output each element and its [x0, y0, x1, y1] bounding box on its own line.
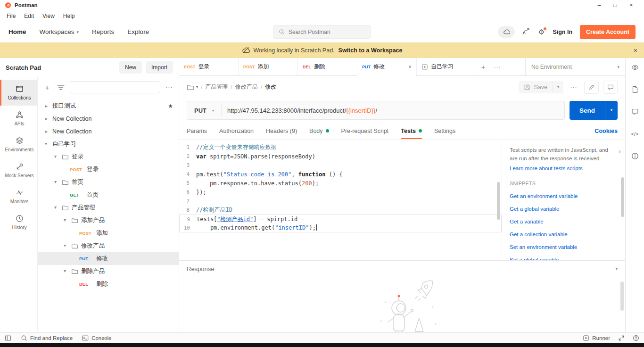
tree-request[interactable]: PUT修改 [38, 252, 179, 265]
tree-collection[interactable]: ▸New Collection [38, 125, 179, 138]
code-editor[interactable]: 1//定义一个变量来存储响应数据2var spirpt=JSON.parse(r… [179, 140, 502, 260]
cookies-link[interactable]: Cookies [594, 128, 618, 134]
tree-folder[interactable]: ▸产品管理 [38, 201, 179, 214]
rail-collections[interactable]: Collections [0, 80, 37, 106]
request-info-button[interactable] [631, 152, 639, 160]
find-and-replace[interactable]: Find and Replace [21, 335, 73, 341]
menu-help[interactable]: Help [63, 13, 75, 19]
tree-request[interactable]: GET首页 [38, 189, 179, 201]
rail-history[interactable]: History [0, 209, 37, 235]
new-tab-button[interactable]: + [476, 58, 490, 75]
nav-workspaces[interactable]: Workspaces▾ [40, 28, 79, 35]
tree-request[interactable]: DEL删除 [38, 278, 179, 290]
rail-apis[interactable]: APIs [0, 106, 37, 132]
code-snippet-button[interactable]: </> [631, 130, 639, 138]
documentation-button[interactable] [631, 86, 639, 93]
tree-request[interactable]: POST添加 [38, 227, 179, 240]
comments-button[interactable] [631, 108, 639, 116]
open-tab[interactable]: POST登录 [179, 58, 239, 75]
breadcrumb-item[interactable]: 产品管理 [205, 83, 228, 91]
tab-options-button[interactable]: ··· [490, 58, 504, 75]
banner-close-button[interactable]: × [634, 47, 637, 54]
maximize-button[interactable]: □ [607, 0, 623, 10]
search-input[interactable] [289, 29, 365, 35]
snippet-link[interactable]: Get an environment variable [510, 193, 617, 199]
filter-input[interactable] [70, 81, 160, 93]
snippet-link[interactable]: Set an environment variable [510, 244, 617, 250]
import-button[interactable]: Import [146, 61, 173, 74]
sync-cloud-button[interactable] [498, 26, 515, 38]
req-tab-params[interactable]: Params [187, 123, 207, 139]
tree-folder[interactable]: ▸删除产品 [38, 265, 179, 278]
breadcrumb-item[interactable]: 修改 [265, 83, 276, 91]
tree-folder[interactable]: ▸添加产品 [38, 214, 179, 227]
menu-file[interactable]: File [7, 13, 16, 19]
close-tab-icon[interactable]: × [408, 64, 412, 70]
nav-explore[interactable]: Explore [127, 28, 149, 35]
global-search[interactable] [273, 25, 371, 39]
console[interactable]: Console [82, 335, 111, 341]
toggle-sidebar[interactable] [5, 335, 11, 341]
snippet-link[interactable]: Get a collection variable [510, 231, 617, 237]
snippet-link[interactable]: Get a variable [510, 219, 617, 224]
open-tab[interactable]: POST添加 [239, 58, 298, 75]
response-section-header[interactable]: Response ▾ [179, 261, 625, 277]
menu-edit[interactable]: Edit [24, 13, 34, 19]
collections-more-button[interactable]: ··· [165, 83, 174, 92]
create-account-button[interactable]: Create Account [580, 25, 636, 39]
expand-editor[interactable] [618, 335, 625, 341]
collection-crumb[interactable]: ▾ [187, 83, 198, 91]
method-selector[interactable]: PUT ▾ [187, 107, 221, 114]
rail-mock[interactable]: Mock Servers [0, 157, 37, 183]
environment-selector[interactable]: No Environment ▾ [525, 58, 625, 75]
req-tab-body[interactable]: Body [309, 123, 329, 139]
comment-button[interactable] [603, 81, 618, 94]
tree-collection[interactable]: ▸New Collection [38, 112, 179, 125]
sort-filter-button[interactable] [56, 83, 66, 92]
tree-collection[interactable]: ▸自己学习 [38, 138, 179, 150]
switch-workspace-link[interactable]: Switch to a Workspace [339, 47, 403, 54]
breadcrumb-item[interactable]: 修改产品 [235, 83, 258, 91]
save-options-button[interactable]: ▾ [553, 81, 563, 93]
help[interactable] [633, 335, 639, 341]
req-tab-pre-request-script[interactable]: Pre-request Script [341, 123, 389, 139]
url-input[interactable]: http://47.95.142.233:8000/interface/prod… [222, 107, 383, 114]
response-scrollbar-thumb[interactable] [620, 281, 624, 311]
settings-button[interactable]: ⚙ [537, 28, 545, 36]
open-tab[interactable]: DEL删除 [298, 58, 357, 75]
send-options-button[interactable]: ▾ [605, 101, 618, 120]
open-tab[interactable]: 自己学习 [417, 58, 476, 75]
open-tab[interactable]: PUT修改× [357, 58, 417, 75]
close-window-button[interactable]: × [623, 0, 639, 10]
req-tab-settings[interactable]: Settings [434, 123, 455, 139]
menu-view[interactable]: View [42, 13, 55, 19]
add-collection-button[interactable]: + [42, 83, 52, 92]
save-button[interactable]: Save [519, 81, 553, 93]
environment-quick-look-button[interactable] [631, 64, 639, 71]
edit-button[interactable] [584, 81, 599, 94]
snippet-link[interactable]: Set a global variable [510, 257, 617, 260]
tree-collection[interactable]: ▸接口测试★ [38, 99, 179, 112]
editor-scrollbar-thumb[interactable] [497, 182, 500, 220]
send-button[interactable]: Send [570, 101, 605, 120]
collapse-panel-icon[interactable]: › [619, 147, 621, 155]
rail-environments[interactable]: Environments [0, 132, 37, 157]
learn-more-link[interactable]: Learn more about tests scripts [510, 165, 617, 171]
nav-home[interactable]: Home [8, 28, 26, 35]
runner[interactable]: Runner [583, 335, 610, 341]
request-more-button[interactable]: ··· [568, 81, 580, 94]
tree-request[interactable]: POST登录 [38, 163, 179, 176]
new-button[interactable]: New [119, 61, 142, 74]
rail-monitors[interactable]: Monitors [0, 183, 37, 209]
tree-folder[interactable]: ▸首页 [38, 176, 179, 189]
minimize-button[interactable]: – [591, 0, 607, 10]
tree-folder[interactable]: ▸登录 [38, 150, 179, 163]
capture-requests-button[interactable] [522, 27, 530, 36]
snippet-link[interactable]: Get a global variable [510, 206, 617, 212]
nav-reports[interactable]: Reports [92, 28, 114, 35]
req-tab-headers[interactable]: Headers (9) [266, 123, 297, 139]
tree-folder[interactable]: ▸修改产品 [38, 240, 179, 252]
snippets-scrollbar-thumb[interactable] [621, 177, 624, 217]
req-tab-authorization[interactable]: Authorization [219, 123, 254, 139]
sign-in-button[interactable]: Sign In [553, 29, 572, 35]
